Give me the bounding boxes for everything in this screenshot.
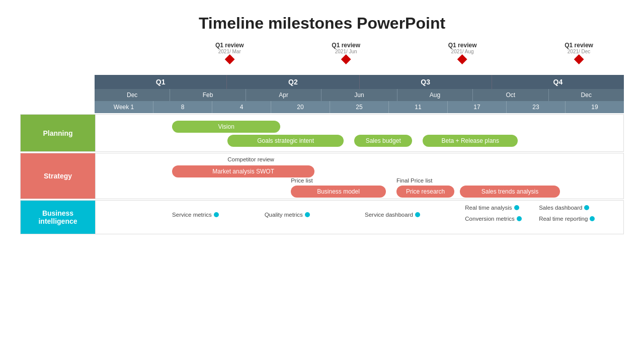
sales-trends-bar: Sales trends analysis	[460, 186, 560, 198]
quarter-label-spacer	[20, 75, 95, 89]
business-model-bar: Business model	[291, 186, 386, 198]
real-time-analysis-dot	[514, 205, 519, 210]
sales-dashboard-item: Sales dashboard	[539, 205, 589, 211]
week-label-spacer	[20, 101, 95, 113]
week-17: 17	[448, 101, 507, 113]
bi-label: Business intelligence	[21, 201, 95, 234]
month-apr: Apr	[246, 89, 321, 101]
week-1: Week 1	[95, 101, 153, 113]
milestone-4-label: Q1 review	[565, 42, 593, 49]
real-time-analysis-item: Real time analysis	[465, 205, 519, 211]
milestone-4: Q1 review 2021/ Dec	[565, 42, 593, 63]
month-grid: Dec Feb Apr Jun Aug Oct Dec	[95, 89, 624, 101]
strategy-section: Strategy Competitor review Market analys…	[20, 153, 624, 199]
service-metrics-dot	[214, 212, 219, 217]
quarter-q3: Q3	[360, 75, 492, 89]
month-label-spacer	[20, 89, 95, 101]
milestones-row: Q1 review 2021/ Mar Q1 review 2021/ Jun …	[95, 42, 624, 73]
service-dashboard-dot	[415, 212, 420, 217]
price-list-text: Price list	[291, 177, 312, 184]
month-dec1: Dec	[95, 89, 170, 101]
quarter-q2: Q2	[227, 75, 359, 89]
competitor-review-text: Competitor review	[227, 156, 274, 162]
milestone-2-diamond	[341, 54, 351, 64]
milestone-2-label: Q1 review	[332, 42, 360, 49]
milestone-2: Q1 review 2021/ Jun	[332, 42, 360, 63]
week-23: 23	[507, 101, 566, 113]
page-title: Timeline milestones PowerPoint	[0, 0, 644, 42]
week-4: 4	[212, 101, 271, 113]
milestone-3-diamond	[457, 54, 467, 64]
market-analysis-bar: Market analysis SWOT	[172, 165, 314, 177]
service-metrics-item: Service metrics	[172, 212, 219, 218]
month-dec2: Dec	[549, 89, 624, 101]
milestone-1-diamond	[224, 54, 234, 64]
sales-dashboard-dot	[584, 205, 589, 210]
conversion-metrics-dot	[517, 216, 522, 221]
week-grid: Week 1 8 4 20 25 11 17 23 19	[95, 101, 624, 113]
milestone-3-date: 2021/ Aug	[451, 49, 474, 54]
real-time-reporting-dot	[590, 216, 595, 221]
final-price-list-text: Final Price list	[396, 177, 433, 184]
page-wrapper: Timeline milestones PowerPoint Q1 review…	[0, 0, 644, 234]
service-dashboard-item: Service dashboard	[365, 212, 420, 218]
planning-section: Planning Vision Goals strategic intent S…	[20, 114, 624, 152]
timeline-container: Q1 review 2021/ Mar Q1 review 2021/ Jun …	[0, 42, 644, 234]
quarter-q4: Q4	[492, 75, 624, 89]
quarter-grid: Q1 Q2 Q3 Q4	[95, 75, 624, 89]
vision-bar: Vision	[172, 121, 280, 133]
conversion-metrics-item: Conversion metrics	[465, 216, 521, 222]
sales-budget-bar: Sales budget	[354, 135, 412, 147]
milestone-1: Q1 review 2021/ Mar	[215, 42, 244, 63]
milestone-2-date: 2021/ Jun	[335, 49, 357, 54]
planning-label: Planning	[21, 115, 95, 151]
quality-metrics-item: Quality metrics	[265, 212, 310, 218]
week-20: 20	[271, 101, 330, 113]
real-time-reporting-item: Real time reporting	[539, 216, 595, 222]
week-row: Week 1 8 4 20 25 11 17 23 19	[20, 101, 624, 113]
month-aug: Aug	[397, 89, 473, 101]
month-jun: Jun	[321, 89, 397, 101]
month-feb: Feb	[170, 89, 246, 101]
milestone-1-date: 2021/ Mar	[218, 49, 241, 54]
week-8: 8	[153, 101, 212, 113]
milestone-3: Q1 review 2021/ Aug	[448, 42, 477, 63]
goals-bar: Goals strategic intent	[227, 135, 344, 147]
bi-section: Business intelligence Service metrics Qu…	[20, 200, 624, 234]
milestone-4-diamond	[574, 54, 584, 64]
planning-content: Vision Goals strategic intent Sales budg…	[95, 115, 623, 151]
quality-metrics-dot	[305, 212, 310, 217]
week-25: 25	[330, 101, 389, 113]
quarter-q1: Q1	[95, 75, 227, 89]
month-oct: Oct	[473, 89, 548, 101]
week-11: 11	[389, 101, 448, 113]
quarter-row: Q1 Q2 Q3 Q4	[20, 75, 624, 89]
strategy-content: Competitor review Market analysis SWOT P…	[95, 153, 623, 199]
milestone-1-label: Q1 review	[215, 42, 244, 49]
milestone-3-label: Q1 review	[448, 42, 477, 49]
week-19: 19	[566, 101, 624, 113]
milestone-4-date: 2021/ Dec	[568, 49, 591, 54]
month-row: Dec Feb Apr Jun Aug Oct Dec	[20, 89, 624, 101]
bi-content: Service metrics Quality metrics Service …	[95, 201, 623, 234]
price-research-bar: Price research	[396, 186, 454, 198]
strategy-label: Strategy	[21, 153, 95, 199]
beta-release-bar: Beta + Release plans	[423, 135, 518, 147]
